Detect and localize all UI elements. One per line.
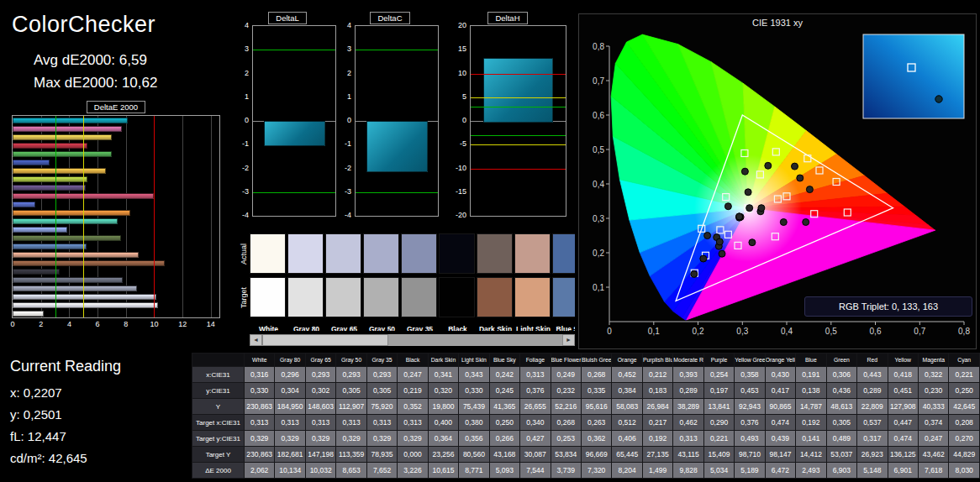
- swatch-label: Gray 80: [287, 325, 325, 331]
- inset-measured-point: [935, 96, 942, 102]
- y-tick-label: 1: [239, 92, 249, 101]
- delta-e-bar-foliage: [13, 235, 121, 242]
- table-cell: 43,462: [918, 447, 948, 463]
- swatch-target-light-skin: [514, 277, 551, 317]
- table-cell: 0,330: [245, 383, 275, 399]
- table-cell: 8,771: [459, 463, 489, 479]
- measured-point: [691, 270, 698, 277]
- delta-l-plot: [252, 25, 336, 217]
- delta-e-bar-gray-65: [13, 294, 156, 301]
- table-cell: 10,615: [428, 463, 458, 479]
- measured-point: [780, 219, 787, 226]
- table-cell: 0,329: [398, 431, 428, 447]
- table-cell: 65,445: [612, 447, 642, 463]
- table-cell: 0,358: [735, 367, 765, 383]
- delta-bar: [366, 121, 428, 172]
- threshold-line: [154, 116, 155, 317]
- table-row: y:CIE310,3300,3040,3020,3050,3050,2190,3…: [192, 383, 980, 399]
- table-cell: 96,669: [581, 447, 611, 463]
- table-cell: 0,296: [275, 367, 305, 383]
- table-cell: 92,943: [735, 399, 765, 415]
- y-tick-label: -4: [341, 211, 351, 219]
- measured-point: [704, 233, 711, 239]
- table-cell: 0,329: [245, 431, 275, 447]
- delta-e-bar-orange-yellow: [13, 168, 106, 175]
- table-cell: 44,829: [949, 447, 980, 463]
- table-cell: 0,000: [398, 447, 428, 463]
- column-header-moderate-red: Moderate Red: [673, 354, 703, 367]
- measured-point: [724, 203, 731, 210]
- rgb-triplet-readout: RGB Triplet: 0, 133, 163: [804, 296, 972, 317]
- swatch-actual-blue-sky: [552, 233, 575, 274]
- current-reading-title: Current Reading: [10, 358, 191, 375]
- table-cell: 15,409: [703, 447, 734, 463]
- table-cell: 0,317: [857, 431, 888, 447]
- table-cell: 147,198: [305, 447, 335, 463]
- column-header-white: White: [245, 354, 275, 367]
- table-cell: 0,452: [612, 367, 642, 383]
- table-cell: 8,653: [336, 463, 366, 479]
- y-tick-label: 0,5: [593, 145, 604, 155]
- swatch-scrollbar[interactable]: ◄ ►: [250, 334, 575, 346]
- table-cell: 0,352: [398, 399, 428, 415]
- y-tick-label: 5: [449, 92, 466, 101]
- table-cell: 127,908: [888, 399, 918, 415]
- x-tick-label: 0,1: [648, 327, 660, 336]
- delta-c-plot: [355, 25, 439, 217]
- table-cell: 7,544: [520, 463, 551, 479]
- table-cell: 0,250: [949, 383, 980, 399]
- scroll-right-icon[interactable]: ►: [562, 334, 575, 346]
- scroll-left-icon[interactable]: ◄: [250, 334, 262, 346]
- chart-title-row: DeltaC: [341, 12, 439, 24]
- y-tick-label: 0,4: [593, 180, 604, 189]
- scrollbar-track[interactable]: [262, 334, 562, 346]
- y-tick-label: 2: [341, 69, 351, 77]
- table-cell: 0,418: [888, 367, 918, 383]
- table-cell: 0,293: [366, 367, 397, 383]
- table-cell: 40,333: [918, 399, 948, 415]
- table-cell: 38,289: [673, 399, 703, 415]
- table-cell: 0,362: [581, 431, 611, 447]
- scrollbar-thumb[interactable]: [262, 334, 388, 346]
- table-cell: 0,221: [703, 431, 734, 447]
- avg-de2000-label: Avg dE2000: 6,59: [34, 52, 147, 69]
- table-cell: 0,474: [765, 415, 795, 431]
- table-cell: 0,393: [673, 367, 703, 383]
- table-cell: 0,242: [489, 367, 519, 383]
- delta-c-chart: DeltaC 43210-1-2-3-4: [341, 12, 439, 228]
- threshold-line: [471, 74, 566, 75]
- column-header-purple: Purple: [703, 354, 734, 367]
- table-cell: 78,935: [366, 447, 397, 463]
- table-cell: 0,245: [489, 383, 519, 399]
- y-tick-label: 0,1: [593, 283, 604, 292]
- table-cell: 0,192: [796, 415, 826, 431]
- cie-diagram-title: CIE 1931 xy: [579, 18, 976, 28]
- swatch-actual-gray-50: [363, 233, 399, 274]
- table-cell: 0,293: [336, 367, 366, 383]
- chart-title-row: DeltaL: [239, 12, 336, 24]
- table-cell: 30,087: [520, 447, 551, 463]
- delta-e-bar-black: [13, 269, 60, 275]
- table-cell: 230,863: [245, 399, 275, 415]
- delta-e-bar-gray-35: [13, 277, 123, 284]
- x-tick-label: 0,8: [958, 327, 970, 336]
- delta-e-bar-chart: DeltaE 2000 02468101214: [7, 101, 225, 334]
- table-cell: 98,147: [765, 447, 795, 463]
- x-tick-label: 8: [124, 320, 128, 328]
- table-cell: 0,268: [581, 367, 611, 383]
- table-cell: 7,320: [581, 463, 611, 479]
- table-cell: 0,266: [489, 431, 519, 447]
- x-tick-label: 0,4: [781, 327, 793, 336]
- y-tick-label: -4: [239, 211, 249, 219]
- table-cell: 0,313: [366, 415, 397, 431]
- delta-e-bar-blue: [13, 160, 50, 166]
- table-row: Y230,863184,950148,603112,90775,9200,352…: [192, 399, 980, 415]
- y-tick-label: -2: [341, 164, 351, 172]
- current-reading-panel: Current Reading x: 0,2207 y: 0,2501 fL: …: [10, 358, 191, 469]
- table-cell: 14,412: [796, 447, 826, 463]
- x-tick-label: 4: [67, 320, 71, 328]
- swatch-target-gray-65: [325, 277, 361, 317]
- swatch-label: Gray 65: [325, 325, 363, 331]
- table-cell: 6,901: [888, 463, 918, 479]
- reading-y: y: 0,2501: [10, 404, 191, 426]
